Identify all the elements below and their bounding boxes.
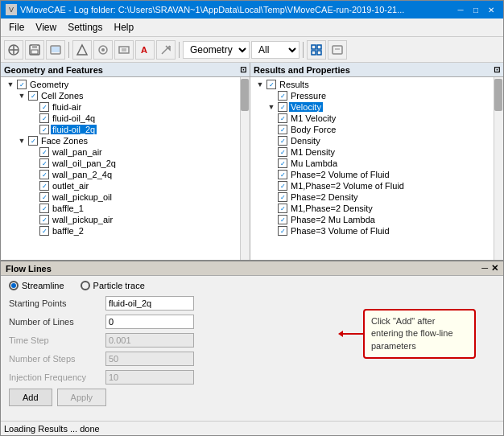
all-dropdown[interactable]: All <box>251 41 300 59</box>
toolbar-btn-3[interactable] <box>46 40 65 60</box>
toolbar-btn-export[interactable] <box>328 40 347 60</box>
right-scrollbar[interactable] <box>494 77 503 260</box>
toolbar-btn-7[interactable]: A <box>135 40 155 60</box>
checkbox-outlet-air[interactable] <box>39 181 49 191</box>
menu-view[interactable]: View <box>31 20 61 35</box>
expand-face-zones[interactable]: ▼ <box>17 136 27 146</box>
checkbox-wall-oil-pan-2q[interactable] <box>39 158 49 168</box>
tree-item-wall-pan-air[interactable]: wall_pan_air <box>2 146 238 158</box>
tree-item-results[interactable]: ▼ Results <box>252 79 492 90</box>
checkbox-m1-phase2-vof[interactable] <box>278 181 287 191</box>
checkbox-geometry[interactable] <box>17 80 27 89</box>
radio-particle[interactable]: Particle trace <box>81 281 145 290</box>
checkbox-fluid-oil-4q[interactable] <box>39 113 49 123</box>
tree-item-m1-velocity[interactable]: M1 Velocity <box>252 113 492 124</box>
right-panel: Results and Properties ⊡ ▼ Results Press… <box>250 63 503 260</box>
tree-item-baffle-1[interactable]: baffle_1 <box>2 203 238 214</box>
checkbox-results[interactable] <box>266 80 276 89</box>
tree-item-cell-zones[interactable]: ▼ Cell Zones <box>2 90 238 101</box>
tree-item-density[interactable]: Density <box>252 135 492 146</box>
left-panel-icon[interactable]: ⊡ <box>240 65 246 74</box>
tree-item-pressure[interactable]: Pressure <box>252 90 492 101</box>
tree-item-wall-pan-2-4q[interactable]: wall_pan_2_4q <box>2 169 238 180</box>
tree-item-fluid-air[interactable]: fluid-air <box>2 101 238 113</box>
tree-item-phase2-mu-lambda[interactable]: Phase=2 Mu Lambda <box>252 214 492 225</box>
checkbox-m1-density[interactable] <box>278 147 287 157</box>
checkbox-baffle-1[interactable] <box>39 204 49 213</box>
tree-item-face-zones[interactable]: ▼ Face Zones <box>2 135 238 146</box>
tree-item-wall-pickup-oil[interactable]: wall_pickup_oil <box>2 191 238 203</box>
radio-streamline-circle[interactable] <box>9 281 19 290</box>
checkbox-wall-pickup-oil[interactable] <box>39 192 49 202</box>
toolbar-btn-2[interactable] <box>25 40 44 60</box>
checkbox-velocity[interactable] <box>278 102 287 112</box>
checkbox-phase2-density[interactable] <box>278 192 287 202</box>
tree-item-phase3-vof[interactable]: Phase=3 Volume of Fluid <box>252 225 492 237</box>
checkbox-face-zones[interactable] <box>28 136 38 146</box>
minimize-button[interactable]: ─ <box>453 3 468 16</box>
right-panel-icon[interactable]: ⊡ <box>494 65 500 74</box>
checkbox-wall-pickup-air[interactable] <box>39 215 49 224</box>
add-button[interactable]: Add <box>9 389 52 406</box>
expand-results[interactable]: ▼ <box>255 80 265 89</box>
menu-settings[interactable]: Settings <box>63 20 107 35</box>
tree-item-geometry[interactable]: ▼ Geometry <box>2 79 238 90</box>
checkbox-mu-lambda[interactable] <box>278 158 287 168</box>
toolbar-btn-geometry[interactable] <box>72 40 92 60</box>
tree-item-wall-pickup-air[interactable]: wall_pickup_air <box>2 214 238 225</box>
menu-file[interactable]: File <box>4 20 29 35</box>
left-scrollbar[interactable] <box>240 77 250 260</box>
checkbox-baffle-2[interactable] <box>39 226 49 236</box>
tree-item-phase2-vof[interactable]: Phase=2 Volume of Fluid <box>252 169 492 180</box>
checkbox-m1-velocity[interactable] <box>278 113 287 123</box>
tree-item-fluid-oil-4q[interactable]: fluid-oil_4q <box>2 113 238 124</box>
tree-item-velocity[interactable]: ▼ Velocity <box>252 101 492 113</box>
checkbox-wall-pan-2-4q[interactable] <box>39 170 49 179</box>
num-lines-input[interactable] <box>105 315 194 329</box>
toolbar-btn-5[interactable] <box>93 40 113 60</box>
tree-item-outlet-air[interactable]: outlet_air <box>2 180 238 191</box>
expand-phase2-density <box>266 192 276 202</box>
flow-header-min[interactable]: ─ <box>481 263 488 274</box>
checkbox-fluid-air[interactable] <box>39 102 49 112</box>
menu-help[interactable]: Help <box>109 20 139 35</box>
checkbox-pressure[interactable] <box>278 91 287 101</box>
tree-item-phase2-density[interactable]: Phase=2 Density <box>252 191 492 203</box>
apply-button[interactable]: Apply <box>57 389 107 406</box>
checkbox-wall-pan-air[interactable] <box>39 147 49 157</box>
checkbox-body-force[interactable] <box>278 125 287 134</box>
expand-cell-zones[interactable]: ▼ <box>17 91 27 101</box>
checkbox-density[interactable] <box>278 136 287 146</box>
radio-streamline[interactable]: Streamline <box>9 281 64 290</box>
label-phase2-density: Phase=2 Density <box>289 192 357 202</box>
tree-item-mu-lambda[interactable]: Mu Lambda <box>252 158 492 169</box>
toolbar-btn-1[interactable] <box>4 40 23 60</box>
flow-lines-header: Flow Lines ─ ✕ <box>1 261 503 276</box>
checkbox-m1-phase2-density[interactable] <box>278 204 287 213</box>
expand-velocity[interactable]: ▼ <box>266 102 276 112</box>
starting-points-input[interactable] <box>105 296 194 311</box>
tree-item-body-force[interactable]: Body Force <box>252 124 492 135</box>
close-button[interactable]: ✕ <box>484 3 498 16</box>
maximize-button[interactable]: □ <box>469 3 483 16</box>
checkbox-phase2-vof[interactable] <box>278 170 287 179</box>
tree-item-baffle-2[interactable]: baffle_2 <box>2 225 238 237</box>
tree-item-m1-phase2-density[interactable]: M1,Phase=2 Density <box>252 203 492 214</box>
toolbar-btn-8[interactable] <box>156 40 176 60</box>
label-wall-oil-pan-2q: wall_oil_pan_2q <box>51 158 116 168</box>
checkbox-cell-zones[interactable] <box>28 91 38 101</box>
tree-item-wall-oil-pan-2q[interactable]: wall_oil_pan_2q <box>2 158 238 169</box>
flow-header-close[interactable]: ✕ <box>491 263 498 274</box>
tree-item-m1-density[interactable]: M1 Density <box>252 146 492 158</box>
tree-item-m1-phase2-vof[interactable]: M1,Phase=2 Volume of Fluid <box>252 180 492 191</box>
toolbar-btn-6[interactable] <box>114 40 134 60</box>
radio-particle-circle[interactable] <box>81 281 90 290</box>
expand-geometry[interactable]: ▼ <box>6 80 15 89</box>
checkbox-phase2-mu-lambda[interactable] <box>278 215 287 224</box>
geometry-dropdown[interactable]: Geometry <box>183 41 250 59</box>
tree-item-fluid-oil-2q[interactable]: fluid-oil_2q <box>2 124 238 135</box>
toolbar-btn-grid[interactable] <box>307 40 326 60</box>
checkbox-fluid-oil-2q[interactable] <box>39 125 49 134</box>
checkbox-phase3-vof[interactable] <box>278 226 287 236</box>
label-fluid-air: fluid-air <box>51 102 81 112</box>
